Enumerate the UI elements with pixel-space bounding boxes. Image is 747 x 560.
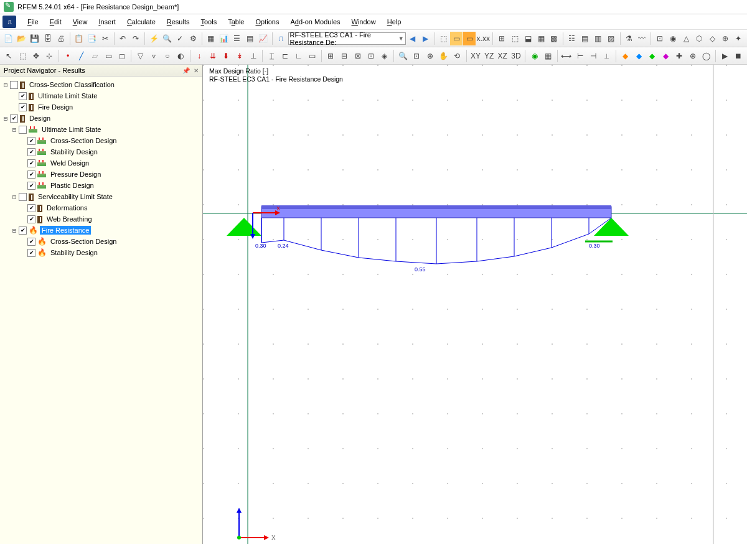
tree-fire-design[interactable]: Fire Design bbox=[1, 101, 201, 113]
tree-fr-cross-section[interactable]: 🔥 Cross-Section Design bbox=[1, 236, 201, 247]
sel4-icon[interactable]: ⊹ bbox=[43, 49, 56, 63]
set3-icon[interactable]: ⊠ bbox=[351, 49, 364, 63]
tree-cross-section-design[interactable]: Cross-Section Design bbox=[1, 135, 201, 146]
diag5-icon[interactable]: ▩ bbox=[548, 32, 560, 45]
menu-results[interactable]: Results bbox=[162, 17, 195, 27]
load3-icon[interactable]: ⬇ bbox=[220, 49, 233, 63]
viewxy-icon[interactable]: XY bbox=[469, 49, 482, 63]
col6-icon[interactable]: ⊕ bbox=[687, 49, 700, 63]
menu-view[interactable]: View bbox=[68, 17, 93, 27]
extra2-icon[interactable]: ◉ bbox=[667, 32, 679, 45]
smooth3-icon[interactable]: ▥ bbox=[592, 32, 604, 45]
col4-icon[interactable]: ◆ bbox=[659, 49, 672, 63]
release-icon[interactable]: ◐ bbox=[174, 49, 187, 63]
extra7-icon[interactable]: ✦ bbox=[732, 32, 745, 45]
tree-weld-design[interactable]: Weld Design bbox=[1, 157, 201, 169]
dim3-icon[interactable]: ⊣ bbox=[587, 49, 600, 63]
col2-icon[interactable]: ◆ bbox=[632, 49, 646, 63]
line-icon[interactable]: ╱ bbox=[75, 49, 88, 63]
results2-icon[interactable]: ▭ bbox=[450, 32, 463, 45]
tree-stability-design[interactable]: Stability Design bbox=[1, 146, 201, 157]
module-icon[interactable]: ⎍ bbox=[275, 32, 288, 45]
smooth4-icon[interactable]: ▨ bbox=[605, 32, 618, 45]
extra5-icon[interactable]: ◇ bbox=[706, 32, 718, 45]
zoomwin-icon[interactable]: ⊡ bbox=[410, 49, 423, 63]
tree-serviceability[interactable]: ⊟ Serviceability Limit State bbox=[1, 191, 201, 202]
diag4-icon[interactable]: ▦ bbox=[535, 32, 547, 45]
diag2-icon[interactable]: ⬚ bbox=[509, 32, 521, 45]
tree-uls[interactable]: Ultimate Limit State bbox=[1, 90, 201, 101]
menu-calculate[interactable]: Calculate bbox=[122, 17, 161, 27]
diag3-icon[interactable]: ⬓ bbox=[522, 32, 534, 45]
tree-design[interactable]: ⊟ Design bbox=[1, 113, 201, 124]
set1-icon[interactable]: ⊞ bbox=[324, 49, 337, 63]
col7-icon[interactable]: ◯ bbox=[700, 49, 713, 63]
calc-icon[interactable]: ✓ bbox=[174, 32, 186, 45]
set4-icon[interactable]: ⊡ bbox=[365, 49, 378, 63]
menu-help[interactable]: Help bbox=[382, 17, 406, 27]
load1-icon[interactable]: ↓ bbox=[193, 49, 206, 63]
filter-icon[interactable]: ⚗ bbox=[623, 32, 636, 45]
results3-icon[interactable]: ▭ bbox=[463, 32, 476, 45]
tree-fire-resistance[interactable]: ⊟🔥 Fire Resistance bbox=[1, 225, 201, 236]
list-icon[interactable]: ☰ bbox=[231, 32, 243, 45]
dim1-icon[interactable]: ⟷ bbox=[560, 49, 573, 63]
diag1-icon[interactable]: ⊞ bbox=[496, 32, 508, 45]
open-icon[interactable]: 📂 bbox=[16, 32, 28, 45]
pan-icon[interactable]: ✋ bbox=[437, 49, 450, 63]
chart-icon[interactable]: 📈 bbox=[257, 32, 270, 45]
dim2-icon[interactable]: ⊢ bbox=[573, 49, 586, 63]
prev-icon[interactable]: ◀ bbox=[406, 32, 419, 45]
menu-options[interactable]: Options bbox=[250, 17, 284, 27]
linesup-icon[interactable]: ▿ bbox=[148, 49, 161, 63]
table-icon[interactable]: ▤ bbox=[244, 32, 256, 45]
close-icon[interactable]: ✕ bbox=[194, 67, 199, 74]
menu-tools[interactable]: Tools bbox=[195, 17, 222, 27]
menu-edit[interactable]: Edit bbox=[45, 17, 67, 27]
load2-icon[interactable]: ⇊ bbox=[206, 49, 219, 63]
nodesup-icon[interactable]: ▽ bbox=[134, 49, 147, 63]
undo-icon[interactable]: ↶ bbox=[116, 32, 129, 45]
tree-uls2[interactable]: ⊟ Ultimate Limit State bbox=[1, 124, 201, 135]
set2-icon[interactable]: ⊟ bbox=[338, 49, 351, 63]
zoomall-icon[interactable]: ⊕ bbox=[424, 49, 437, 63]
secprop2-icon[interactable]: ⊏ bbox=[279, 49, 292, 63]
smooth1-icon[interactable]: ☷ bbox=[566, 32, 578, 45]
menu-table[interactable]: Table bbox=[223, 17, 249, 27]
tree-deformations[interactable]: Deformations bbox=[1, 202, 201, 213]
view3d-icon[interactable]: 3D bbox=[510, 49, 523, 63]
rotate-icon[interactable]: ⟲ bbox=[451, 49, 464, 63]
tree-web-breathing[interactable]: Web Breathing bbox=[1, 213, 201, 225]
cut-icon[interactable]: ✂ bbox=[99, 32, 111, 45]
report-icon[interactable]: 📊 bbox=[218, 32, 230, 45]
menu-window[interactable]: Window bbox=[347, 17, 381, 27]
sel3-icon[interactable]: ✥ bbox=[29, 49, 42, 63]
solid-icon[interactable]: ▭ bbox=[102, 49, 115, 63]
member-icon[interactable]: 〰 bbox=[636, 32, 648, 45]
grid-icon[interactable]: ▦ bbox=[205, 32, 217, 45]
results1-icon[interactable]: ⬚ bbox=[437, 32, 449, 45]
viewxz-icon[interactable]: XZ bbox=[496, 49, 509, 63]
menu-addon[interactable]: Add-on Modules bbox=[285, 17, 345, 27]
set5-icon[interactable]: ◈ bbox=[378, 49, 392, 63]
opening-icon[interactable]: ◻ bbox=[115, 49, 128, 63]
tree-cross-section-classification[interactable]: ⊟ Cross-Section Classification bbox=[1, 79, 201, 90]
load4-icon[interactable]: ↡ bbox=[233, 49, 247, 63]
sel2-icon[interactable]: ⬚ bbox=[16, 49, 29, 63]
col5-icon[interactable]: ✚ bbox=[673, 49, 686, 63]
surface-icon[interactable]: ▱ bbox=[88, 49, 101, 63]
load5-icon[interactable]: ⊥ bbox=[247, 49, 260, 63]
end1-icon[interactable]: ▶ bbox=[718, 49, 731, 63]
render2-icon[interactable]: ▦ bbox=[542, 49, 555, 63]
smooth2-icon[interactable]: ▤ bbox=[579, 32, 591, 45]
end2-icon[interactable]: ⏹ bbox=[732, 49, 745, 63]
secprop3-icon[interactable]: ∟ bbox=[293, 49, 306, 63]
menu-insert[interactable]: Insert bbox=[93, 17, 121, 27]
check-icon[interactable]: 🔍 bbox=[161, 32, 173, 45]
menu-file[interactable]: File bbox=[22, 17, 44, 27]
sel1-icon[interactable]: ↖ bbox=[2, 49, 16, 63]
module-combo[interactable]: RF-STEEL EC3 CA1 - Fire Resistance De: ▼ bbox=[288, 32, 406, 45]
new-icon[interactable]: 📄 bbox=[2, 32, 15, 45]
col3-icon[interactable]: ◆ bbox=[646, 49, 659, 63]
calc2-icon[interactable]: ⚙ bbox=[187, 32, 199, 45]
